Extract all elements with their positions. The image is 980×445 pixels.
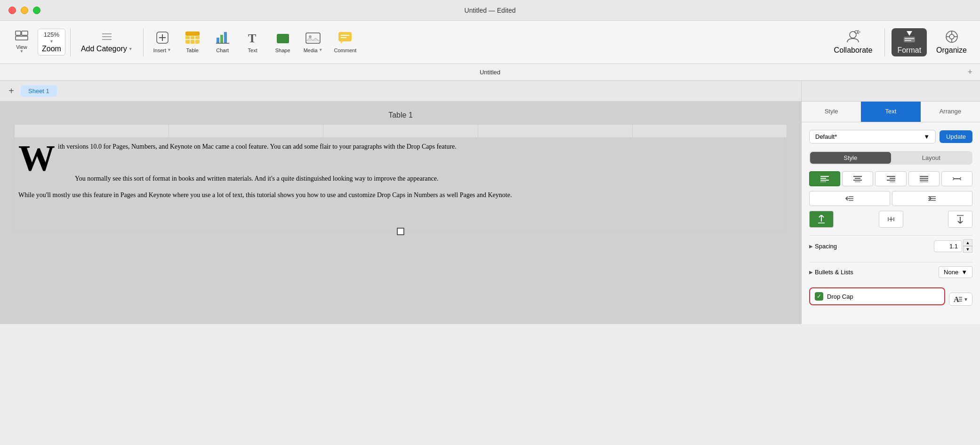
align-auto-button[interactable] [941, 171, 972, 186]
panel-tab-arrange[interactable]: Arrange [921, 102, 980, 122]
maximize-button[interactable] [33, 7, 40, 14]
panel-content: Default* ▼ Update Style Layout [802, 122, 980, 324]
media-label: Media [304, 48, 318, 53]
svg-line-31 [857, 33, 859, 34]
valign-bottom-button[interactable] [948, 211, 972, 228]
zoom-button[interactable]: 125% ▼ Zoom [38, 29, 65, 56]
zoom-value: 125% [44, 31, 59, 38]
svg-rect-32 [904, 37, 915, 42]
indent-increase-button[interactable] [892, 191, 973, 206]
indent-decrease-button[interactable] [809, 191, 890, 206]
spreadsheet-table: W ith versions 10.0 for Pages, Numbers, … [14, 124, 787, 232]
bullets-row: ▶ Bullets & Lists None ▼ [809, 262, 972, 282]
panel-tab-style[interactable]: Style [802, 102, 861, 122]
close-button[interactable] [8, 7, 16, 14]
drop-cap-row: ✓ Drop Cap [809, 287, 945, 305]
doc-title: Untitled [480, 69, 500, 76]
update-button[interactable]: Update [940, 130, 972, 143]
sub-tab-style[interactable]: Style [810, 152, 891, 164]
spacing-decrement[interactable]: ▼ [963, 246, 972, 253]
align-right-button[interactable] [875, 171, 906, 186]
media-button[interactable]: Media ▼ [299, 28, 328, 56]
svg-rect-21 [306, 33, 320, 43]
sub-tab-style-label: Style [843, 154, 857, 161]
svg-rect-17 [224, 32, 227, 43]
svg-line-29 [857, 30, 859, 31]
bullets-dropdown[interactable]: None ▼ [939, 266, 972, 278]
sub-tab-layout-label: Layout [922, 154, 940, 161]
collaborate-button[interactable]: Collaborate [828, 28, 878, 56]
align-justify-button[interactable] [908, 171, 940, 186]
window-title: Untitled — Edited [465, 7, 516, 14]
drop-cap-label: Drop Cap [827, 293, 940, 300]
toolbar: View ▼ 125% ▼ Zoom Add Category ▼ [0, 21, 980, 64]
drop-cap-cell[interactable]: W ith versions 10.0 for Pages, Numbers, … [15, 138, 787, 232]
add-sheet-button[interactable]: + [5, 85, 18, 98]
align-left-button[interactable] [809, 171, 840, 186]
drop-cap-letter: W [18, 143, 55, 174]
insert-button[interactable]: Insert ▼ [148, 28, 177, 56]
sep1 [70, 28, 71, 56]
format-button[interactable]: Format [892, 28, 927, 56]
add-sheet-inline[interactable]: + [967, 67, 972, 77]
align-center-button[interactable] [842, 171, 873, 186]
col-header-5 [632, 125, 787, 138]
collaborate-icon [845, 30, 860, 45]
zoom-chevron: ▼ [49, 39, 54, 44]
style-dropdown-value: Default* [815, 133, 837, 140]
drop-cap-format-btn[interactable]: A ▼ [949, 293, 972, 306]
valign-middle-button[interactable] [879, 211, 903, 228]
style-dropdown[interactable]: Default* ▼ [809, 130, 936, 143]
organize-icon [945, 30, 958, 45]
view-button[interactable]: View ▼ [8, 28, 36, 56]
panel-tab-text-label: Text [885, 108, 897, 115]
table-title: Table 1 [14, 111, 787, 119]
spacing-value-input[interactable] [934, 240, 962, 252]
cell-content: W ith versions 10.0 for Pages, Numbers, … [15, 138, 787, 231]
minimize-button[interactable] [21, 7, 28, 14]
panel-tab-text[interactable]: Text [861, 102, 920, 122]
add-category-icon [100, 32, 113, 44]
traffic-lights [8, 7, 40, 14]
add-category-button[interactable]: Add Category ▼ [75, 30, 138, 55]
col-header-2 [169, 125, 323, 138]
svg-rect-15 [217, 38, 219, 43]
svg-point-36 [949, 34, 954, 39]
sheet-tab-1[interactable]: Sheet 1 [21, 85, 57, 97]
col-header-1 [15, 125, 169, 138]
organize-button[interactable]: Organize [931, 28, 972, 56]
bullets-chevron: ▼ [961, 269, 967, 276]
panel-tab-style-label: Style [825, 108, 838, 115]
sheets-right [801, 81, 980, 101]
svg-rect-23 [338, 32, 352, 41]
bullets-value: None [944, 269, 958, 276]
sub-tab-layout[interactable]: Layout [891, 152, 972, 164]
update-button-label: Update [946, 133, 966, 140]
chart-icon [216, 31, 230, 46]
shape-button[interactable]: Shape [269, 28, 297, 56]
add-category-chevron: ▼ [129, 47, 133, 51]
text-toolbar-icon: T [246, 31, 259, 46]
drop-cap-section: ✓ Drop Cap A ▼ [809, 287, 972, 311]
chart-button[interactable]: Chart [209, 28, 237, 56]
sheets-row: + Sheet 1 [0, 81, 980, 102]
paragraph-1: ith versions 10.0 for Pages, Numbers, an… [58, 143, 457, 150]
svg-marker-24 [341, 41, 343, 44]
col-header-3 [323, 125, 478, 138]
svg-text:T: T [248, 32, 256, 44]
spacing-stepper: ▲ ▼ [963, 239, 972, 253]
panel-tab-arrange-label: Arrange [940, 108, 961, 115]
comment-icon [338, 31, 352, 46]
vertical-align-row [809, 211, 972, 228]
svg-rect-2 [16, 36, 28, 40]
format-label: Format [897, 46, 921, 55]
cell-resize-handle[interactable] [397, 228, 404, 235]
drop-cap-checkbox[interactable]: ✓ [815, 292, 823, 301]
valign-top-button[interactable] [809, 211, 834, 228]
table-button[interactable]: Table [178, 28, 207, 56]
comment-button[interactable]: Comment [329, 28, 361, 56]
style-dropdown-chevron: ▼ [924, 133, 930, 140]
sub-tabs: Style Layout [809, 151, 972, 165]
spacing-increment[interactable]: ▲ [963, 239, 972, 246]
text-button[interactable]: T Text [239, 28, 267, 56]
